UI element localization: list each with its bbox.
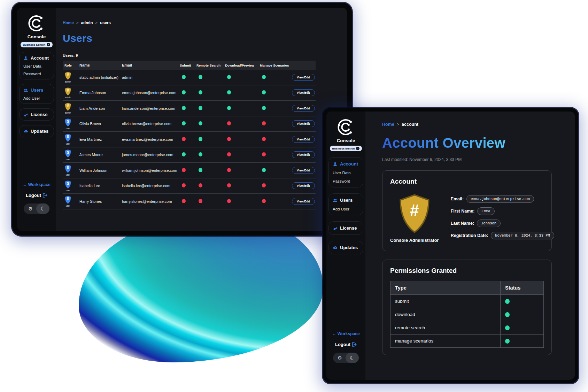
- manage-scenarios-status-dot: [262, 106, 266, 110]
- breadcrumb-home-link[interactable]: Home: [382, 122, 394, 127]
- role-label: admin: [64, 96, 72, 99]
- breadcrumb: Home > admin > users: [63, 21, 347, 25]
- account-card: Account # Console Administrator Email:: [382, 170, 552, 251]
- role-label: user: [64, 174, 72, 176]
- permission-row: submit: [390, 295, 543, 308]
- download-preview-status-dot: [227, 137, 231, 141]
- sidebar-item-add-user[interactable]: Add User: [23, 96, 51, 100]
- permissions-table: Type Status submitdownloadremote searchm…: [390, 281, 544, 348]
- permissions-table-body: submitdownloadremote searchmanage scenar…: [390, 295, 543, 347]
- submit-status-dot: [182, 137, 186, 141]
- account-page: Home > account Account Overview Last mod…: [365, 112, 575, 380]
- view-edit-button[interactable]: View/Edit: [292, 74, 315, 81]
- person-icon: [333, 162, 338, 167]
- logout-button[interactable]: Logout: [26, 193, 47, 198]
- logout-icon: [352, 342, 357, 347]
- permission-status: [501, 295, 543, 308]
- sidebar-item-add-user[interactable]: Add User: [333, 207, 360, 211]
- permission-row: remote search: [390, 321, 543, 335]
- view-edit-button[interactable]: View/Edit: [292, 105, 315, 112]
- role-label: user: [64, 127, 72, 130]
- user-email: isabella.lee@enterprise.com: [122, 184, 180, 188]
- user-name: static admin (initializer): [79, 75, 122, 79]
- remote-search-status-dot: [199, 121, 202, 125]
- console-logo-icon: [336, 117, 356, 137]
- sidebar-item-updates[interactable]: Updates: [23, 129, 51, 134]
- sidebar-item-password[interactable]: Password: [23, 72, 51, 76]
- permissions-card-title: Permissions Granted: [390, 267, 544, 275]
- table-row: $ user James Moore james.moore@enterpris…: [63, 147, 316, 163]
- manage-scenarios-status-dot: [262, 75, 266, 79]
- submit-status-dot: [182, 75, 186, 79]
- theme-toggle[interactable]: ⚙ ☾: [24, 203, 49, 214]
- submit-status-dot: [182, 199, 186, 203]
- view-edit-button[interactable]: View/Edit: [292, 120, 315, 127]
- user-name: Liam Anderson: [79, 106, 122, 110]
- nav-group-users: Users Add User: [19, 84, 54, 104]
- workspace-link[interactable]: ← Workspace: [23, 182, 50, 187]
- permission-type: download: [390, 308, 501, 321]
- sidebar-item-password[interactable]: Password: [333, 179, 360, 183]
- manage-scenarios-status-dot: [262, 137, 266, 141]
- remote-search-status-dot: [199, 152, 202, 156]
- user-email: admin: [122, 75, 180, 79]
- first-name-value: Emma: [477, 207, 494, 215]
- logout-button[interactable]: Logout: [335, 342, 357, 347]
- sidebar-item-user-data[interactable]: User Data: [333, 171, 360, 175]
- view-edit-button[interactable]: View/Edit: [292, 89, 315, 96]
- person-icon: [23, 56, 28, 61]
- role-shield-icon: #: [64, 102, 72, 111]
- workspace-link[interactable]: ← Workspace: [332, 331, 359, 336]
- account-card-title: Account: [390, 178, 544, 185]
- sidebar-item-license[interactable]: License: [333, 225, 360, 231]
- sidebar-item-updates[interactable]: Updates: [333, 245, 360, 250]
- view-edit-button[interactable]: View/Edit: [292, 182, 315, 189]
- sidebar: Console Business Edition i Account User …: [326, 112, 365, 380]
- permission-status: [501, 335, 543, 347]
- nav-group-updates: Updates: [328, 241, 363, 254]
- table-row: # admin static admin (initializer) admin…: [63, 70, 316, 85]
- nav-group-users: Users Add User: [328, 193, 363, 215]
- permissions-card: Permissions Granted Type Status submitdo…: [382, 260, 552, 355]
- edition-badge: Business Edition i: [330, 146, 362, 151]
- user-name: Isabella Lee: [79, 184, 122, 188]
- breadcrumb-home-link[interactable]: Home: [63, 21, 74, 25]
- gear-icon: ⚙: [338, 355, 342, 361]
- users-icon: [333, 198, 338, 203]
- manage-scenarios-status-dot: [262, 168, 266, 172]
- sidebar-item-users[interactable]: Users: [333, 198, 360, 203]
- background-swirl-graphic: [79, 213, 323, 362]
- view-edit-button[interactable]: View/Edit: [292, 136, 315, 143]
- user-name: William Johnson: [79, 168, 122, 172]
- manage-scenarios-status-dot: [262, 152, 266, 156]
- users-table: Role Name Email Submit Remote Search Dow…: [63, 61, 316, 209]
- status-dot: [505, 299, 510, 304]
- field-email: Email: emma.johnson@enterprise.com: [451, 195, 554, 203]
- sidebar-item-account[interactable]: Account: [333, 161, 360, 167]
- table-row: $ user Isabella Lee isabella.lee@enterpr…: [63, 178, 316, 194]
- remote-search-status-dot: [199, 137, 202, 141]
- remote-search-status-dot: [199, 90, 202, 94]
- sidebar-item-user-data[interactable]: User Data: [23, 64, 51, 68]
- role-shield-icon: $: [64, 180, 72, 189]
- view-edit-button[interactable]: View/Edit: [292, 151, 315, 158]
- download-preview-status-dot: [227, 90, 231, 94]
- user-email: harry.stones@enterprise.com: [122, 199, 180, 203]
- page-title: Account Overview: [382, 135, 505, 151]
- permission-type: remote search: [390, 321, 501, 334]
- theme-toggle[interactable]: ⚙ ☾: [333, 353, 359, 363]
- permission-status: [501, 321, 543, 334]
- field-last-name: Last Name: Johnson: [451, 220, 554, 227]
- cloud-upload-icon: [333, 245, 338, 250]
- download-preview-status-dot: [227, 183, 231, 187]
- user-name: Olivia Brown: [79, 122, 122, 126]
- submit-status-dot: [182, 168, 186, 172]
- sidebar-item-account[interactable]: Account: [23, 55, 51, 61]
- view-edit-button[interactable]: View/Edit: [292, 167, 315, 174]
- remote-search-status-dot: [199, 199, 202, 203]
- sidebar-item-license[interactable]: License: [23, 112, 51, 117]
- sidebar-item-users[interactable]: Users: [23, 87, 51, 93]
- role-label: admin: [64, 80, 72, 83]
- role-label: user: [64, 158, 72, 161]
- view-edit-button[interactable]: View/Edit: [292, 198, 315, 205]
